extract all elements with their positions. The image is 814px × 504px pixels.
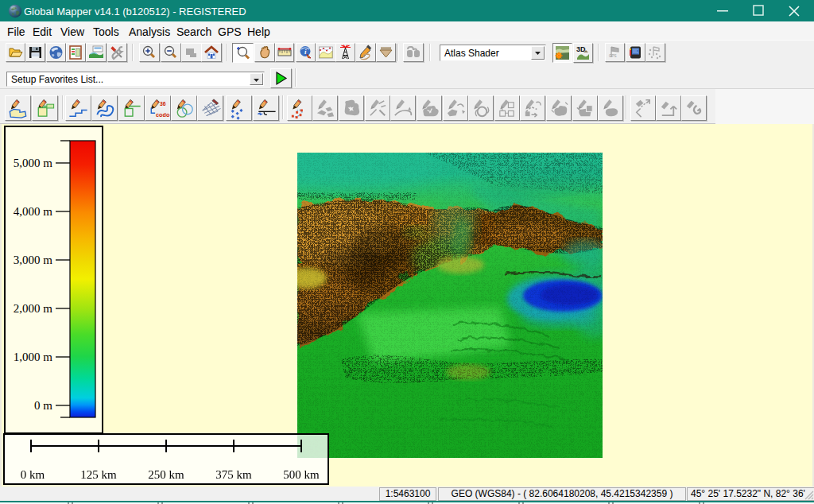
svg-text:5,000 m: 5,000 m <box>14 157 53 169</box>
svg-text:2,000 m: 2,000 m <box>14 302 53 315</box>
svg-text:0 m: 0 m <box>34 399 52 412</box>
svg-text:GPS: GPS <box>609 54 617 58</box>
svg-text:250 km: 250 km <box>148 468 184 481</box>
svg-text:125 km: 125 km <box>80 468 117 481</box>
svg-text:codo: codo <box>156 111 170 118</box>
svg-text:4,000 m: 4,000 m <box>14 205 53 218</box>
svg-text:36: 36 <box>160 101 166 107</box>
svg-text:500 km: 500 km <box>283 468 320 481</box>
svg-text:3,000 m: 3,000 m <box>14 254 53 266</box>
svg-text:1,000 m: 1,000 m <box>14 351 53 363</box>
svg-text:375 km: 375 km <box>215 468 252 481</box>
svg-text:0 km: 0 km <box>21 468 45 481</box>
